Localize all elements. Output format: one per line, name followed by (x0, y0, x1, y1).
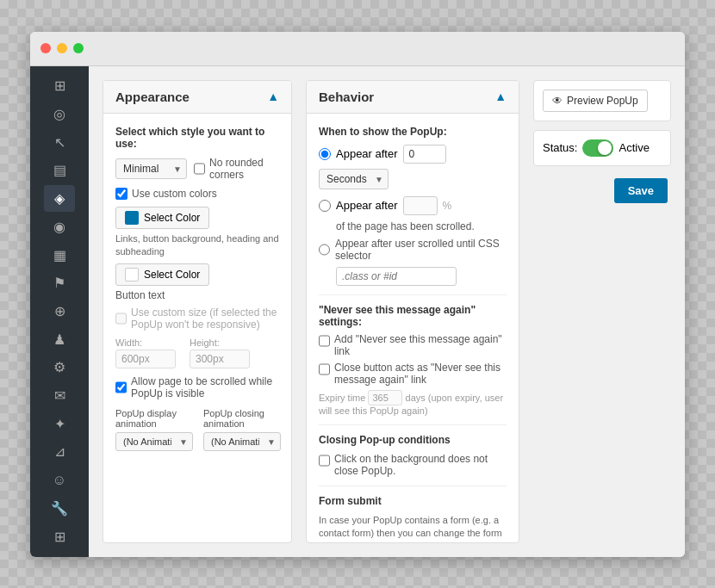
form-submit-section: Form submit In case your PopUp contains … (319, 495, 507, 543)
allow-scroll-label: Allow page to be scrolled while PopUp is… (115, 375, 279, 399)
allow-scroll-checkbox[interactable] (115, 381, 127, 393)
blue-color-swatch (125, 211, 139, 225)
save-button[interactable]: Save (614, 178, 668, 203)
seconds-select-wrapper: Seconds Minutes Hours ▼ (319, 169, 507, 189)
preview-icon: 👁 (552, 95, 563, 107)
add-never-see-checkbox[interactable] (319, 335, 330, 347)
sidebar-icon-tools[interactable]: ✦ (44, 411, 75, 437)
closing-conditions-label: Closing Pop-up conditions (319, 434, 507, 446)
appear-after-text-1: Appear after (336, 147, 398, 160)
divider-2 (319, 424, 507, 425)
size-row: Width: Height: (115, 337, 279, 368)
style-row: Minimal Standard Custom ▼ No rounded cor… (115, 157, 279, 181)
appear-after-row-2: Appear after % (319, 196, 507, 215)
status-toggle[interactable] (582, 139, 613, 157)
color-btn-2-wrapper: Select Color (115, 263, 279, 289)
white-color-swatch (125, 268, 139, 282)
close-never-see-checkbox[interactable] (319, 363, 330, 375)
css-selector-text: Appear after user scrolled until CSS sel… (335, 238, 507, 262)
css-selector-input-wrapper (319, 267, 507, 286)
behavior-panel: Behavior ▲ When to show the PopUp: Appea… (306, 80, 519, 543)
seconds-select[interactable]: Seconds Minutes Hours (319, 169, 389, 189)
height-input[interactable] (190, 350, 250, 368)
preview-popup-button[interactable]: 👁 Preview PopUp (543, 90, 648, 112)
no-rounded-checkbox[interactable] (194, 163, 205, 175)
appearance-panel-header: Appearance ▲ (103, 81, 291, 114)
closing-section: Closing Pop-up conditions Click on the b… (319, 434, 507, 477)
divider-3 (319, 486, 507, 486)
display-animation-select[interactable]: (No Animati (115, 432, 193, 451)
sidebar-icon-cursor[interactable]: ↖ (44, 129, 75, 156)
select-color-button-1[interactable]: Select Color (115, 207, 209, 229)
form-submit-label: Form submit (319, 495, 507, 507)
sidebar-icon-wrench[interactable]: 🔧 (44, 495, 75, 522)
status-label: Status: (543, 141, 577, 154)
when-show-label: When to show the PopUp: (319, 126, 507, 138)
scrolled-text: of the page has been scrolled. (319, 220, 507, 232)
appear-after-text-2: Appear after (336, 199, 398, 212)
sidebar-icon-dashboard[interactable]: ⊞ (44, 73, 75, 100)
appearance-collapse-arrow[interactable]: ▲ (267, 90, 279, 103)
allow-scroll-text: Allow page to be scrolled while PopUp is… (131, 375, 279, 399)
custom-colors-label: Use custom colors (115, 188, 279, 200)
select-color-label-1: Select Color (144, 212, 200, 224)
sidebar-icon-extension[interactable]: ⊕ (44, 298, 75, 325)
style-select-label: Select which style you want to use: (115, 126, 279, 150)
sidebar-icon-flag[interactable]: ⚑ (44, 269, 75, 296)
css-selector-radio[interactable] (319, 244, 330, 256)
sidebar-icon-settings[interactable]: ⚙ (44, 355, 75, 381)
appearance-panel-body: Select which style you want to use: Mini… (103, 114, 291, 464)
width-field: Width: (115, 337, 176, 368)
click-background-checkbox[interactable] (319, 455, 330, 467)
main-content: Appearance ▲ Select which style you want… (89, 66, 685, 557)
custom-colors-checkbox[interactable] (115, 188, 127, 200)
sidebar-icon-email[interactable]: ✉ (44, 382, 75, 409)
button-text-label: Button text (115, 289, 279, 301)
appear-after-radio-2[interactable] (319, 200, 331, 212)
style-select[interactable]: Minimal Standard Custom (115, 158, 187, 179)
appear-after-radio-1[interactable] (319, 148, 331, 160)
closing-animation-select[interactable]: (No Animation) (203, 432, 281, 451)
browser-body: ⊞ ◎ ↖ ▤ ◈ ◉ ▦ ⚑ ⊕ ♟ ⚙ ✉ ✦ ⊿ ☺ 🔧 ⊞ Appear… (30, 66, 685, 557)
save-wrapper: Save (533, 175, 671, 207)
display-animation-label: PopUp display animation (115, 408, 193, 429)
browser-window: ⊞ ◎ ↖ ▤ ◈ ◉ ▦ ⚑ ⊕ ♟ ⚙ ✉ ✦ ⊿ ☺ 🔧 ⊞ Appear… (30, 32, 685, 557)
height-field: Height: (190, 337, 250, 368)
maximize-dot[interactable] (73, 43, 84, 53)
sidebar-icon-users[interactable]: ♟ (44, 326, 75, 353)
sidebar-icon-grid[interactable]: ⊞ (44, 523, 75, 550)
sidebar-icon-popup[interactable]: ◈ (44, 185, 75, 212)
sidebar-icon-globe[interactable]: ◎ (44, 101, 75, 127)
sidebar-icon-adjust[interactable]: ⊿ (44, 439, 75, 466)
sidebar-icon-target[interactable]: ◉ (44, 214, 75, 240)
preview-label: Preview PopUp (567, 95, 638, 107)
behavior-collapse-arrow[interactable]: ▲ (494, 90, 507, 103)
never-see-section: "Never see this message again" settings:… (319, 304, 507, 416)
sidebar-icon-layout[interactable]: ▤ (44, 158, 75, 184)
expiry-input[interactable] (368, 390, 402, 405)
click-background-text: Click on the background does not close P… (334, 453, 507, 477)
close-never-see-text: Close button acts as "Never see this mes… (334, 362, 507, 386)
custom-colors-text: Use custom colors (132, 188, 217, 200)
closing-animation-label: PopUp closing animation (203, 408, 281, 429)
no-rounded-label: No rounded corners (194, 157, 279, 181)
minimize-dot[interactable] (57, 43, 67, 53)
sidebar-icon-person[interactable]: ☺ (44, 467, 75, 493)
behavior-panel-title: Behavior (319, 90, 374, 104)
select-color-button-2[interactable]: Select Color (115, 263, 209, 286)
css-selector-input[interactable] (336, 267, 457, 286)
close-dot[interactable] (40, 43, 51, 53)
no-rounded-text: No rounded corners (209, 157, 279, 181)
sidebar: ⊞ ◎ ↖ ▤ ◈ ◉ ▦ ⚑ ⊕ ♟ ⚙ ✉ ✦ ⊿ ☺ 🔧 ⊞ (30, 66, 89, 557)
add-never-see-text: Add "Never see this message again" link (334, 333, 507, 357)
appear-after-input-2[interactable] (403, 196, 438, 215)
right-panel: 👁 Preview PopUp Status: Active Save (533, 80, 671, 543)
custom-size-label: Use custom size (if selected the PopUp w… (115, 306, 279, 331)
appear-after-input-1[interactable] (403, 145, 446, 164)
links-description: Links, button background, heading and su… (115, 232, 279, 259)
appear-after-row-1: Appear after (319, 145, 507, 164)
divider-1 (319, 294, 507, 295)
custom-size-checkbox[interactable] (115, 313, 127, 325)
width-input[interactable] (115, 350, 176, 368)
sidebar-icon-chart[interactable]: ▦ (44, 242, 75, 269)
